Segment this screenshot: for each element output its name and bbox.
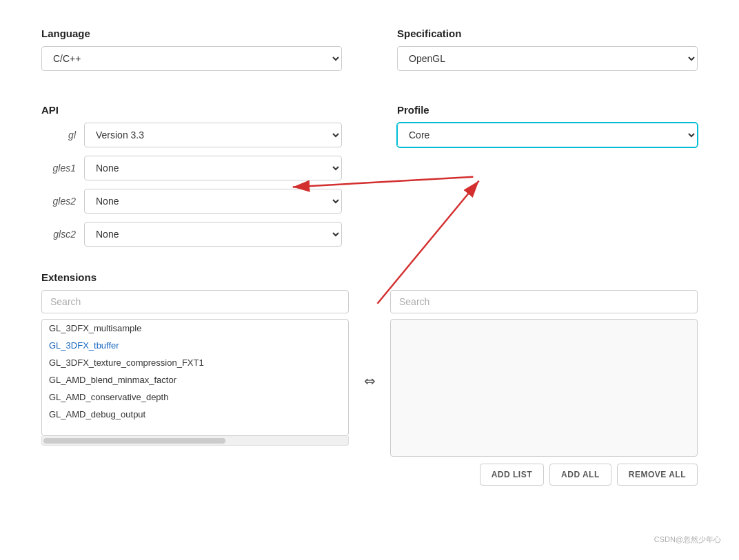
list-item[interactable]: GL_AMD_debug_output bbox=[42, 406, 348, 423]
horizontal-scrollbar[interactable] bbox=[41, 436, 349, 446]
api-row-gles1: gles1 None Version 1.0 bbox=[41, 156, 342, 180]
api-gles1-select[interactable]: None Version 1.0 bbox=[84, 156, 342, 180]
list-item[interactable]: GL_3DFX_texture_compression_FXT1 bbox=[42, 354, 348, 371]
api-gl-label: gl bbox=[41, 129, 76, 141]
language-section: Language C/C++ C D Ada bbox=[41, 28, 342, 71]
api-gles2-select[interactable]: None Version 2.0 Version 3.0 bbox=[84, 189, 342, 214]
extensions-section: Extensions GL_3DFX_multisample GL_3DFX_t… bbox=[41, 271, 698, 486]
api-row-glsc2: glsc2 None Version 2.0 bbox=[41, 222, 342, 247]
api-glsc2-select[interactable]: None Version 2.0 bbox=[84, 222, 342, 247]
api-label: API bbox=[41, 104, 342, 116]
specification-select[interactable]: OpenGL OpenGL ES WebGL bbox=[397, 46, 698, 71]
specification-section: Specification OpenGL OpenGL ES WebGL bbox=[397, 28, 698, 71]
list-item[interactable]: GL_3DFX_tbuffer bbox=[42, 337, 348, 354]
remove-all-button[interactable]: REMOVE ALL bbox=[617, 464, 698, 486]
specification-label: Specification bbox=[397, 28, 698, 39]
api-gles2-label: gles2 bbox=[41, 196, 76, 207]
transfer-buttons-area: ⇔ bbox=[356, 290, 383, 389]
api-row-gl: gl Version 3.3 Version 3.2 Version 3.1 N… bbox=[41, 123, 342, 147]
language-select[interactable]: C/C++ C D Ada bbox=[41, 46, 342, 71]
profile-select[interactable]: Core Compatibility Any bbox=[397, 123, 698, 147]
api-glsc2-label: glsc2 bbox=[41, 229, 76, 240]
list-item[interactable]: GL_AMD_conservative_depth bbox=[42, 388, 348, 406]
add-list-button[interactable]: ADD LIST bbox=[480, 464, 544, 486]
api-gl-select[interactable]: Version 3.3 Version 3.2 Version 3.1 None bbox=[84, 123, 342, 147]
api-section: API gl Version 3.3 Version 3.2 Version 3… bbox=[41, 104, 342, 255]
extensions-left-search[interactable] bbox=[41, 290, 349, 313]
extensions-label: Extensions bbox=[41, 271, 698, 283]
list-item[interactable]: GL_AMD_blend_minmax_factor bbox=[42, 371, 348, 388]
action-buttons-area: ADD LIST ADD ALL REMOVE ALL bbox=[390, 464, 698, 486]
api-gles1-label: gles1 bbox=[41, 163, 76, 174]
add-all-button[interactable]: ADD ALL bbox=[549, 464, 611, 486]
list-item[interactable]: GL_3DFX_multisample bbox=[42, 320, 348, 337]
extensions-list-box[interactable]: GL_3DFX_multisample GL_3DFX_tbuffer GL_3… bbox=[41, 319, 349, 436]
extensions-right-panel: ADD LIST ADD ALL REMOVE ALL bbox=[390, 290, 698, 486]
extensions-left-panel: GL_3DFX_multisample GL_3DFX_tbuffer GL_3… bbox=[41, 290, 349, 446]
language-label: Language bbox=[41, 28, 342, 39]
api-row-gles2: gles2 None Version 2.0 Version 3.0 bbox=[41, 189, 342, 214]
profile-label: Profile bbox=[397, 104, 698, 116]
extensions-selected-list-box[interactable] bbox=[390, 319, 698, 457]
extensions-right-search[interactable] bbox=[390, 290, 698, 313]
profile-section: Profile Core Compatibility Any bbox=[397, 104, 698, 147]
transfer-icon[interactable]: ⇔ bbox=[364, 373, 376, 389]
